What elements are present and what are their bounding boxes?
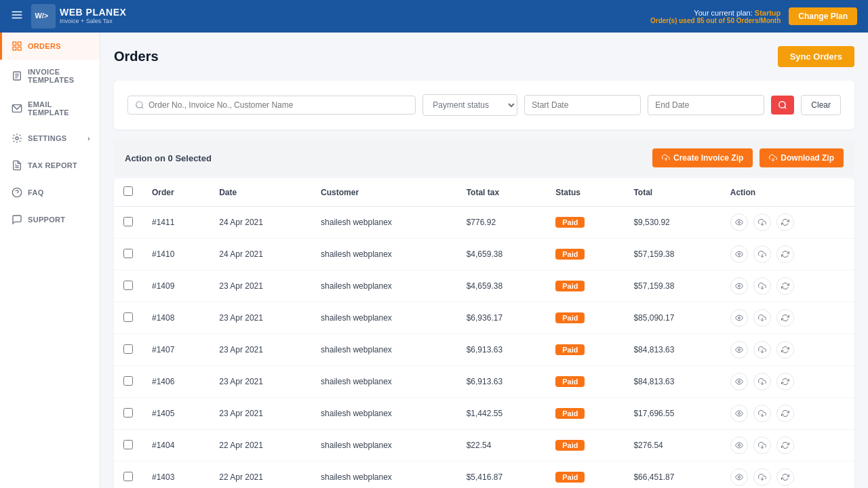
row-checkbox[interactable]	[123, 281, 133, 290]
table-row: #1405 23 Apr 2021 shailesh webplanex $1,…	[114, 398, 854, 430]
sidebar-item-tax-report[interactable]: TAX REPORT	[0, 152, 100, 179]
sidebar-item-faq[interactable]: FAQ	[0, 179, 100, 206]
sidebar-label-invoice: INVOICE TEMPLATES	[28, 68, 90, 84]
clear-button[interactable]: Clear	[801, 95, 841, 115]
table-row: #1403 22 Apr 2021 shailesh webplanex $5,…	[114, 462, 854, 489]
select-all-checkbox[interactable]	[123, 186, 133, 196]
sync-orders-button[interactable]: Sync Orders	[778, 46, 854, 67]
sync-order-button[interactable]	[776, 341, 794, 359]
sync-order-button[interactable]	[776, 277, 794, 295]
table-row: #1409 23 Apr 2021 shailesh webplanex $4,…	[114, 270, 854, 302]
sidebar-item-settings[interactable]: SETTINGS ›	[0, 125, 100, 152]
logo-icon: W/>	[31, 4, 56, 28]
change-plan-button[interactable]: Change Plan	[789, 7, 857, 25]
download-invoice-button[interactable]	[753, 436, 771, 454]
row-customer: shailesh webplanex	[311, 366, 457, 398]
view-invoice-button[interactable]	[730, 341, 748, 359]
sync-order-button[interactable]	[776, 436, 794, 454]
svg-line-18	[785, 107, 787, 109]
create-invoice-zip-button[interactable]: Create Invoice Zip	[652, 148, 753, 167]
payment-status-select[interactable]: Payment status Paid Pending Refunded	[422, 94, 517, 116]
row-status: Paid	[546, 270, 624, 302]
search-button[interactable]	[771, 96, 794, 115]
search-icon	[135, 100, 144, 110]
row-checkbox-cell	[114, 462, 142, 489]
row-actions	[721, 334, 854, 366]
download-invoice-button[interactable]	[753, 214, 771, 231]
view-invoice-button[interactable]	[730, 214, 748, 231]
view-invoice-button[interactable]	[730, 245, 748, 263]
row-checkbox[interactable]	[123, 249, 133, 258]
row-total: $57,159.38	[624, 239, 720, 270]
download-invoice-button[interactable]	[753, 341, 771, 359]
action-icons	[730, 405, 845, 422]
sidebar-label-orders: ORDERS	[28, 42, 61, 50]
download-invoice-button[interactable]	[753, 468, 771, 486]
row-total: $85,090.17	[624, 302, 720, 334]
row-date: 24 Apr 2021	[210, 239, 311, 270]
sync-order-button[interactable]	[776, 245, 794, 263]
sync-order-button[interactable]	[776, 373, 794, 390]
header-right: Your current plan: Startup Order(s) used…	[650, 7, 857, 25]
view-invoice-button[interactable]	[730, 405, 748, 422]
action-icons	[730, 373, 845, 390]
header-left: W/> WEB PLANEX Invoice + Sales Tax	[11, 4, 126, 28]
row-checkbox[interactable]	[123, 440, 133, 449]
search-btn-icon	[778, 100, 787, 110]
view-invoice-button[interactable]	[730, 373, 748, 390]
table-row: #1406 23 Apr 2021 shailesh webplanex $6,…	[114, 366, 854, 398]
sidebar-item-support[interactable]: SUPPORT	[0, 206, 100, 233]
svg-point-25	[738, 285, 740, 287]
action-icons	[730, 245, 845, 263]
row-order: #1409	[142, 270, 210, 302]
row-checkbox-cell	[114, 239, 142, 270]
svg-rect-3	[13, 47, 16, 50]
svg-point-17	[779, 102, 785, 108]
end-date-input[interactable]	[648, 95, 764, 115]
row-checkbox[interactable]	[123, 344, 133, 354]
sidebar-label-settings: SETTINGS	[28, 134, 66, 142]
view-invoice-button[interactable]	[730, 468, 748, 486]
sidebar-label-tax: TAX REPORT	[28, 161, 77, 169]
download-invoice-button[interactable]	[753, 245, 771, 263]
status-badge: Paid	[555, 408, 585, 419]
start-date-input[interactable]	[524, 95, 641, 115]
row-checkbox[interactable]	[123, 217, 133, 226]
sync-order-button[interactable]	[776, 405, 794, 422]
sync-order-button[interactable]	[776, 214, 794, 231]
plan-name: Startup	[755, 9, 781, 17]
status-badge: Paid	[555, 376, 585, 387]
search-input[interactable]	[149, 100, 408, 110]
download-invoice-button[interactable]	[753, 309, 771, 327]
row-order: #1403	[142, 462, 210, 489]
download-invoice-button[interactable]	[753, 373, 771, 390]
row-status: Paid	[546, 239, 624, 270]
brand-name: WEB PLANEX	[60, 7, 126, 18]
sidebar-item-invoice-templates[interactable]: INVOICE TEMPLATES	[0, 60, 100, 92]
plan-info: Your current plan: Startup Order(s) used…	[650, 9, 781, 24]
sync-order-button[interactable]	[776, 468, 794, 486]
logo: W/> WEB PLANEX Invoice + Sales Tax	[31, 4, 126, 28]
row-customer: shailesh webplanex	[311, 334, 457, 366]
logo-text: WEB PLANEX Invoice + Sales Tax	[60, 7, 126, 24]
row-checkbox[interactable]	[123, 472, 133, 481]
row-status: Paid	[546, 430, 624, 462]
action-icons	[730, 214, 845, 231]
view-invoice-button[interactable]	[730, 436, 748, 454]
view-invoice-button[interactable]	[730, 277, 748, 295]
sidebar-item-email-template[interactable]: EMAIL TEMPLATE	[0, 92, 100, 125]
view-invoice-button[interactable]	[730, 309, 748, 327]
hamburger-icon[interactable]	[11, 9, 23, 24]
download-zip-button[interactable]: Download Zip	[760, 148, 844, 167]
svg-point-37	[738, 476, 740, 479]
row-checkbox[interactable]	[123, 376, 133, 386]
download-invoice-button[interactable]	[753, 405, 771, 422]
sync-order-button[interactable]	[776, 309, 794, 327]
download-invoice-button[interactable]	[753, 277, 771, 295]
action-icons	[730, 277, 845, 295]
row-status: Paid	[546, 398, 624, 430]
sidebar-item-orders[interactable]: ORDERS	[0, 33, 100, 60]
row-checkbox[interactable]	[123, 408, 133, 418]
row-status: Paid	[546, 207, 624, 239]
row-checkbox[interactable]	[123, 312, 133, 322]
